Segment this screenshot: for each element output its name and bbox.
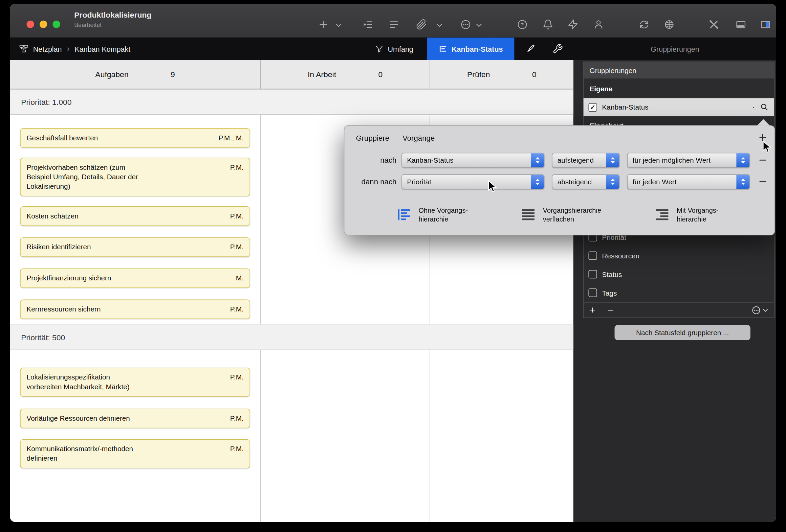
hierarchy-options: Ohne Vorgangs- hierarchie Vorgangshierar… <box>344 202 774 228</box>
task-card[interactable]: Kernressourcen sichern P.M. <box>20 300 250 319</box>
task-card[interactable]: Risiken identifizieren P.M. <box>20 237 250 257</box>
tab-umfang-label: Umfang <box>388 45 413 53</box>
task-title: Projektvorhaben schätzen (zum Beispiel U… <box>26 163 225 191</box>
minimize-window-button[interactable] <box>40 21 47 28</box>
dropdown-stepper-icon <box>606 174 619 189</box>
task-resources: P.M. <box>230 373 244 382</box>
task-card[interactable]: Projektfinanzierung sichern M. <box>20 269 250 288</box>
view-toolbar: Netzplan › Kanban Kompakt Umfang Kanban-… <box>10 38 776 60</box>
svg-text:?: ? <box>521 22 524 27</box>
rule-label: nach <box>344 153 396 168</box>
actions-bolt-icon[interactable] <box>567 19 578 30</box>
task-card[interactable]: Geschäftsfall bewerten P.M.; M. <box>20 128 250 148</box>
kanban-column-aufgaben: Geschäftsfall bewerten P.M.; M. Projektv… <box>10 115 261 324</box>
group-by-status-field-button[interactable]: Nach Statusfeld gruppieren ... <box>615 325 750 340</box>
task-title: Kernressourcen sichern <box>26 304 225 314</box>
attachment-icon[interactable] <box>416 19 427 30</box>
dropdown-stepper-icon <box>531 153 544 168</box>
indent-icon[interactable] <box>363 19 374 30</box>
breadcrumb[interactable]: Netzplan › Kanban Kompakt <box>19 38 130 60</box>
flat-list-selected-icon <box>396 208 411 222</box>
scope-dropdown[interactable]: für jeden Wert <box>627 174 750 189</box>
direction-dropdown[interactable]: absteigend <box>552 174 619 189</box>
add-icon[interactable] <box>318 19 329 30</box>
remove-rule-button[interactable]: − <box>759 153 766 167</box>
tab-kanban-status[interactable]: Kanban-Status <box>427 38 515 60</box>
more-options-icon[interactable] <box>460 19 471 30</box>
edit-grouping-search-icon[interactable] <box>760 103 769 112</box>
column-label: Aufgaben <box>95 70 128 79</box>
group-columns: Lokalisierungsspezifikation vorbereiten … <box>10 350 573 522</box>
settings-wrench-icon[interactable] <box>552 44 563 54</box>
grouping-rule-row: nach Kanban-Status aufsteigend für jeden… <box>344 153 774 168</box>
grouping-item-label: Ressourcen <box>602 252 640 260</box>
kanban-column-aufgaben: Lokalisierungsspezifikation vorbereiten … <box>10 350 261 522</box>
scope-dropdown-value: für jeden Wert <box>633 178 677 186</box>
grouping-item-ressourcen[interactable]: Ressourcen <box>584 247 774 265</box>
task-card[interactable]: Kommunikationsmatrix/-methoden definiere… <box>20 439 250 468</box>
scope-dropdown-value: für jeden möglichen Wert <box>633 156 711 164</box>
task-title: Kosten schätzen <box>26 211 225 221</box>
netzplan-icon <box>19 44 28 53</box>
task-title: Geschäftsfall bewerten <box>26 133 213 143</box>
option-ohne-hierarchie[interactable]: Ohne Vorgangs- hierarchie <box>396 202 468 228</box>
add-chevron-icon[interactable] <box>336 23 341 28</box>
titlebar: Produktlokalisierung Bearbeitet ? <box>10 4 776 38</box>
add-grouping-button[interactable]: + <box>590 305 595 315</box>
attachment-chevron-icon[interactable] <box>437 23 442 28</box>
sync-icon[interactable] <box>639 19 650 30</box>
user-icon[interactable] <box>593 19 604 30</box>
style-brush-icon[interactable] <box>525 44 535 54</box>
groupings-panel-header: Gruppierungen <box>584 62 774 79</box>
option-mit-hierarchie[interactable]: Mit Vorgangs- hierarchie <box>655 202 719 228</box>
checkbox[interactable] <box>589 288 597 297</box>
more-options-chevron-icon[interactable] <box>476 23 482 28</box>
breadcrumb-root[interactable]: Netzplan <box>33 45 62 53</box>
mouse-cursor-secondary <box>762 141 773 154</box>
option-label: Ohne Vorgangs- hierarchie <box>419 206 468 223</box>
grouping-item-status[interactable]: Status <box>584 265 774 283</box>
task-title: Risiken identifizieren <box>26 242 225 252</box>
group-band-prio-500: Priorität: 500 <box>10 325 573 350</box>
scope-dropdown[interactable]: für jeden möglichen Wert <box>627 153 750 168</box>
column-count: 0 <box>532 70 537 79</box>
zoom-window-button[interactable] <box>52 21 60 28</box>
right-panel-icon[interactable] <box>760 19 771 30</box>
notifications-icon[interactable] <box>542 19 553 30</box>
task-card[interactable]: Vorläufige Ressourcen definieren P.M. <box>20 409 250 428</box>
popover-group-target[interactable]: Vorgänge <box>402 134 435 142</box>
direction-dropdown[interactable]: aufsteigend <box>552 153 619 168</box>
task-resources: P.M. <box>230 163 244 172</box>
field-dropdown[interactable]: Priorität <box>401 174 544 189</box>
field-dropdown-value: Priorität <box>407 178 431 186</box>
task-card[interactable]: Kosten schätzen P.M. <box>20 206 250 226</box>
close-window-button[interactable] <box>26 21 34 28</box>
checkbox[interactable] <box>589 270 597 278</box>
outdent-icon[interactable] <box>389 19 400 30</box>
popover-arrow <box>757 119 770 125</box>
task-card[interactable]: Lokalisierungsspezifikation vorbereiten … <box>20 368 250 397</box>
tab-kanban-status-label: Kanban-Status <box>452 45 503 53</box>
window-subtitle: Bearbeitet <box>74 22 151 29</box>
checkbox-checked[interactable]: ✓ <box>589 103 597 111</box>
column-header-pruefen: Prüfen 0 <box>430 60 574 89</box>
remove-rule-button[interactable]: − <box>759 174 766 188</box>
bottom-panel-icon[interactable] <box>735 19 746 30</box>
help-icon[interactable]: ? <box>517 19 528 30</box>
tools-icon[interactable] <box>708 19 719 30</box>
task-card[interactable]: Projektvorhaben schätzen (zum Beispiel U… <box>20 158 250 196</box>
direction-dropdown-value: absteigend <box>558 178 592 186</box>
checkbox[interactable] <box>589 251 597 260</box>
tab-umfang[interactable]: Umfang <box>361 38 427 60</box>
field-dropdown-value: Kanban-Status <box>407 156 453 164</box>
remove-grouping-button[interactable]: − <box>607 305 613 315</box>
grouping-item-tags[interactable]: Tags <box>584 283 774 302</box>
option-hierarchie-verflachen[interactable]: Vorgangshierarchie verflachen <box>521 202 601 228</box>
panel-more-options[interactable] <box>751 305 768 315</box>
grouping-editor-popover: Gruppiere Vorgänge + nach Kanban-Status … <box>344 125 775 235</box>
grouping-item-kanban-status[interactable]: ✓ Kanban-Status · <box>584 98 774 116</box>
breadcrumb-current[interactable]: Kanban Kompakt <box>75 45 131 53</box>
field-dropdown[interactable]: Kanban-Status <box>401 153 544 168</box>
detail-dot: · <box>752 103 755 112</box>
network-icon[interactable] <box>664 19 675 30</box>
